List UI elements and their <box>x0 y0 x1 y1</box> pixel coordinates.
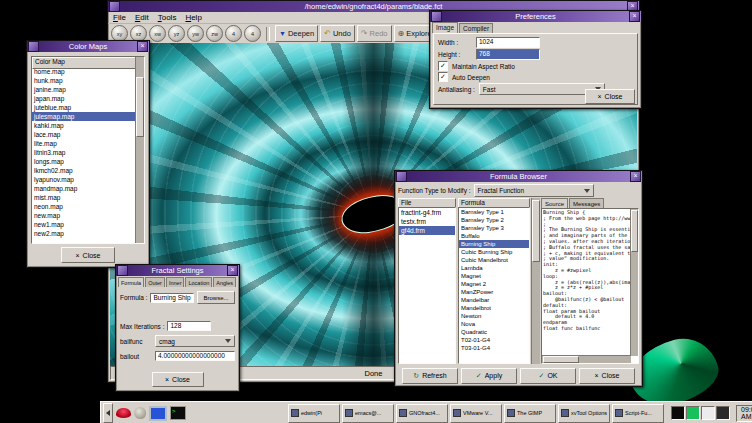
close-icon[interactable]: × <box>629 11 640 22</box>
source-pane[interactable]: Burning Ship { ; From the web page http:… <box>541 208 639 364</box>
ok-button[interactable]: ✓ OK <box>520 368 576 384</box>
colormap-item[interactable]: juteblue.map <box>32 103 136 112</box>
formula-item[interactable]: Barnsley Type 2 <box>459 216 529 224</box>
task-button[interactable]: GNOfract4... <box>396 404 448 423</box>
task-button[interactable]: The GIMP <box>504 404 556 423</box>
formula-item[interactable]: Newton <box>459 312 529 320</box>
colormap-item[interactable]: lyapunov.map <box>32 175 136 184</box>
formula-item[interactable]: Buffalo <box>459 232 529 240</box>
apply-button[interactable]: ✓ Apply <box>461 368 517 384</box>
formula-entry[interactable]: Burning Ship <box>150 293 194 303</box>
formula-item[interactable]: ManZPower <box>459 288 529 296</box>
task-button[interactable]: xvTool Options <box>558 404 610 423</box>
colormap-item[interactable]: janine.map <box>32 85 136 94</box>
window-menu-icon[interactable] <box>28 41 39 52</box>
formula-item[interactable]: Cubic Mandelbrot <box>459 256 529 264</box>
formula-item[interactable]: Barnsley Type 1 <box>459 208 529 216</box>
colormap-item[interactable]: kahki.map <box>32 121 136 130</box>
colormap-item[interactable]: julesmap.map <box>32 112 136 121</box>
colormap-item[interactable]: new2.map <box>32 229 136 238</box>
terminal-icon[interactable] <box>170 406 186 420</box>
rotation-dial[interactable]: xw <box>149 25 166 42</box>
file-item[interactable]: fractint-g4.frm <box>399 208 455 217</box>
formula-item[interactable]: Mandelbar <box>459 296 529 304</box>
tab-image[interactable]: Image <box>432 22 458 33</box>
formula-item[interactable]: Barnsley Type 3 <box>459 224 529 232</box>
colormap-item[interactable]: hunk.map <box>32 76 136 85</box>
colormap-item[interactable]: longs.map <box>32 157 136 166</box>
bailfunc-dropdown[interactable]: cmag <box>155 335 235 347</box>
window-menu-icon[interactable] <box>117 265 128 276</box>
colormap-item[interactable]: lace.map <box>32 130 136 139</box>
formula-item[interactable]: Magnet <box>459 272 529 280</box>
colormap-item[interactable]: lite.map <box>32 139 136 148</box>
source-hscrollbar[interactable] <box>542 355 631 363</box>
tab-outer[interactable]: Outer <box>145 277 165 287</box>
close-icon[interactable]: × <box>630 171 641 182</box>
deepen-button[interactable]: ▼ Deepen <box>275 25 318 42</box>
menu-edit[interactable]: Edit <box>135 13 149 22</box>
height-entry[interactable]: 768 <box>476 49 540 60</box>
fractal-settings-titlebar[interactable]: Fractal Settings × <box>116 265 239 276</box>
colormap-item[interactable]: new.map <box>32 211 136 220</box>
scrollbar-thumb[interactable] <box>136 77 144 137</box>
display-icon[interactable] <box>149 406 167 421</box>
colormap-scrollbar[interactable] <box>135 57 144 243</box>
window-menu-icon[interactable] <box>109 1 120 12</box>
close-button[interactable]: × Close <box>61 247 115 263</box>
rotation-dial[interactable]: yw <box>187 25 204 42</box>
menu-file[interactable]: File <box>113 13 126 22</box>
fourth-dim-dial[interactable]: 4 <box>244 25 261 42</box>
menu-tools[interactable]: Tools <box>158 13 177 22</box>
formula-item[interactable]: T03-01-G4 <box>459 344 529 352</box>
tab-inner[interactable]: Inner <box>166 277 185 287</box>
color-swatch[interactable] <box>686 406 700 420</box>
formula-item[interactable]: Quadratic <box>459 328 529 336</box>
max-iterations-entry[interactable]: 128 <box>167 321 211 331</box>
window-menu-icon[interactable] <box>431 11 442 22</box>
refresh-button[interactable]: ↻ Refresh <box>402 368 458 384</box>
formula-item[interactable]: Nova <box>459 320 529 328</box>
close-icon[interactable]: × <box>137 41 148 52</box>
maintain-aspect-checkbox[interactable]: ✓ <box>438 61 448 71</box>
close-icon[interactable]: × <box>227 265 238 276</box>
colormap-item[interactable]: mist.map <box>32 193 136 202</box>
formula-item[interactable]: Mandelbrot <box>459 304 529 312</box>
menu-help[interactable]: Help <box>185 13 201 22</box>
formula-item[interactable]: T02-01-G4 <box>459 336 529 344</box>
task-button[interactable]: edwin(Pi <box>288 404 340 423</box>
formula-list-scrollbar[interactable] <box>531 198 540 364</box>
color-maps-titlebar[interactable]: Color Maps × <box>27 41 149 52</box>
rotation-dial[interactable]: zw <box>206 25 223 42</box>
preferences-titlebar[interactable]: Preferences × <box>430 11 641 22</box>
paw-icon[interactable] <box>134 407 146 419</box>
tab-angles[interactable]: Angles <box>213 277 236 287</box>
formula-item[interactable]: Cubic Burning Ship <box>459 248 529 256</box>
colormap-item[interactable]: japan.map <box>32 94 136 103</box>
task-button[interactable]: emacs@... <box>342 404 394 423</box>
close-button[interactable]: × Close <box>585 89 635 104</box>
lips-icon[interactable] <box>116 408 131 418</box>
source-vscrollbar[interactable] <box>630 209 638 356</box>
auto-deepen-checkbox[interactable]: ✓ <box>438 72 448 82</box>
tab-location[interactable]: Location <box>185 277 212 287</box>
colormap-item[interactable]: neon.map <box>32 202 136 211</box>
tab-source[interactable]: Source <box>541 198 568 208</box>
color-swatch[interactable] <box>701 406 715 420</box>
colormap-item[interactable]: home.map <box>32 67 136 76</box>
file-item[interactable]: gf4d.frm <box>399 226 455 235</box>
window-menu-icon[interactable] <box>396 171 407 182</box>
color-swatch[interactable] <box>716 406 730 420</box>
formula-item[interactable]: Lambda <box>459 264 529 272</box>
scrollbar-thumb[interactable] <box>631 210 638 252</box>
tab-messages[interactable]: Messages <box>569 198 604 208</box>
tab-compiler[interactable]: Compiler <box>459 23 493 33</box>
fourth-dim-dial[interactable]: 4 <box>225 25 242 42</box>
close-button[interactable]: × Close <box>152 372 204 387</box>
panel-hide-left-button[interactable] <box>103 403 113 423</box>
function-type-dropdown[interactable]: Fractal Function <box>474 184 594 197</box>
colormap-item[interactable]: litnin3.map <box>32 148 136 157</box>
colormap-item[interactable]: lkmch02.map <box>32 166 136 175</box>
formula-item[interactable]: Burning Ship <box>459 240 529 248</box>
colormap-item[interactable]: new1.map <box>32 220 136 229</box>
